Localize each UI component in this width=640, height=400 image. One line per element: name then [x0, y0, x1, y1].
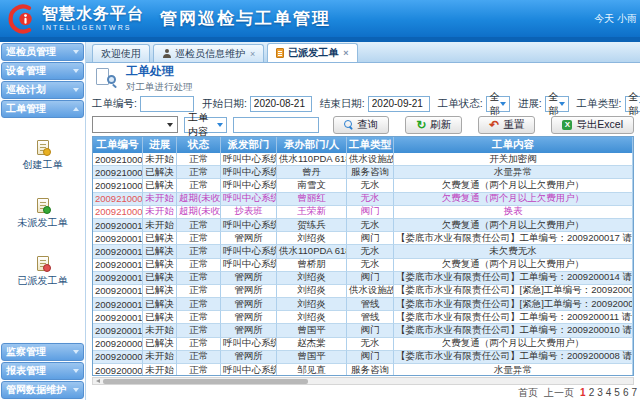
chevron-down-icon: [500, 102, 506, 106]
table-row[interactable]: 2009210003已解决正常呼叫中心系统南雪文无水欠费复通（两个月以上欠费用户…: [93, 179, 633, 192]
cell-assignee: 王荣新: [277, 206, 347, 219]
pagination-first[interactable]: 首页: [518, 386, 538, 400]
table-row[interactable]: 2009200018未开始正常呼叫中心系统贺练兵无水欠费复通（两个月以上欠费用户…: [93, 219, 633, 232]
cell-id: 2009200017: [93, 232, 143, 245]
keyword-input[interactable]: [233, 117, 319, 133]
scroll-left-icon[interactable]: [94, 379, 100, 383]
cell-id: 2009200011: [93, 311, 143, 324]
cell-content: 【娄底市水业有限责任公司】工单编号：2009200010 请于2020年9月20…: [394, 324, 633, 337]
pagination-prev[interactable]: 上一页: [544, 386, 574, 400]
table-row[interactable]: 2009200015已解决正常呼叫中心系统曾桥朋无水欠费复通（两个月以上欠费用户…: [93, 259, 633, 272]
table-row[interactable]: 2009200011已解决正常管网所刘绍炎管线【娄底市水业有限责任公司】工单编号…: [93, 311, 633, 324]
cell-id: 2009200015: [93, 259, 143, 272]
reset-button[interactable]: ↶ 重置: [478, 116, 535, 134]
order-no-input[interactable]: [140, 96, 194, 112]
cell-progress: 已解决: [143, 245, 177, 258]
tab-巡检员信息维护[interactable]: 巡检员信息维护×: [153, 44, 264, 62]
table-row[interactable]: 2009200008未开始正常管网所曾国平阀门【娄底市水业有限责任公司】工单编号…: [93, 351, 633, 364]
sidebar-group-巡检计划[interactable]: 巡检计划: [1, 81, 84, 99]
table-row[interactable]: 2009200012已解决正常管网所刘绍炎管线【娄底市水业有限责任公司】[紧急]…: [93, 298, 633, 311]
table-row[interactable]: 2009200013已解决正常管网所刘绍炎供水设施故障【娄底市水业有限责任公司】…: [93, 285, 633, 298]
cell-id: 2009210005: [93, 153, 143, 166]
sidebar-group-巡检员管理[interactable]: 巡检员管理: [1, 43, 84, 61]
field-select[interactable]: [92, 116, 178, 133]
cell-id: 2009210002: [93, 193, 143, 206]
cell-dispatch: 管网所: [221, 351, 277, 364]
order-no-label: 工单编号:: [92, 97, 137, 111]
cell-type: 无水: [347, 245, 394, 258]
table-row[interactable]: 2009200009已解决正常呼叫中心系统赵杰棠无水欠费复通（两个月以上欠费用户…: [93, 338, 633, 351]
pagination-page-7[interactable]: 7: [631, 387, 637, 398]
sidebar-group-设备管理[interactable]: 设备管理: [1, 62, 84, 80]
pagination-page-4[interactable]: 4: [606, 387, 612, 398]
pagination-page-1[interactable]: 1: [580, 387, 586, 398]
sidebar-group-报表管理[interactable]: 报表管理: [1, 362, 84, 380]
type-select[interactable]: 全部: [625, 96, 640, 112]
search-button[interactable]: 查询: [333, 116, 389, 134]
cell-progress: 未开始: [143, 351, 177, 364]
table-row[interactable]: 2009210001未开始超期(未收到)抄表班王荣新阀门换表: [93, 206, 633, 219]
close-icon[interactable]: ×: [250, 49, 255, 59]
table-row[interactable]: 2009200006未开始正常呼叫中心系统邹见直服务咨询水量异常: [93, 364, 633, 376]
sidebar-group-管网数据维护[interactable]: 管网数据维护: [1, 381, 84, 399]
weather-text: 今天 小雨: [594, 12, 640, 26]
scrollbar-thumb[interactable]: [103, 379, 308, 384]
filter-panel: 工单编号: 开始日期: 结束日期: 工单状态: 全部 进展: 全部: [86, 93, 640, 135]
content-field-select[interactable]: 工单内容: [184, 117, 227, 133]
cell-assignee: 刘绍炎: [277, 311, 347, 324]
export-excel-button[interactable]: X 导出Excel: [551, 116, 634, 134]
close-icon[interactable]: ×: [343, 48, 348, 58]
table-row[interactable]: 2009210004已解决正常呼叫中心系统曾丹服务咨询水量异常: [93, 166, 633, 179]
cell-assignee: 赵杰棠: [277, 338, 347, 351]
sidebar-item-已派发工单[interactable]: 已派发工单: [18, 256, 68, 288]
cell-assignee: 曾国平: [277, 351, 347, 364]
status-select[interactable]: 全部: [486, 96, 510, 112]
tab-已派发工单[interactable]: 已派发工单×: [267, 43, 357, 62]
cell-content: 欠费复通（两个月以上欠费用户）: [394, 338, 633, 351]
progress-select[interactable]: 全部: [545, 96, 569, 112]
cell-assignee: 南雪文: [277, 179, 347, 192]
refresh-button[interactable]: ↻ 刷新: [405, 116, 462, 134]
cell-status: 正常: [177, 298, 221, 311]
cell-type: 管线: [347, 311, 394, 324]
sidebar-item-创建工单[interactable]: 创建工单: [23, 140, 63, 172]
end-date-input[interactable]: [368, 96, 430, 112]
cell-status: 正常: [177, 364, 221, 376]
table-row[interactable]: 2009210002未开始超期(未收到)呼叫中心系统曾丽红无水欠费复通（两个月以…: [93, 193, 633, 206]
type-select-value: 全部: [629, 90, 639, 118]
table-row[interactable]: 2009200010未开始正常管网所曾国平阀门【娄底市水业有限责任公司】工单编号…: [93, 324, 633, 337]
pagination-page-2[interactable]: 2: [589, 387, 595, 398]
pagination-page-6[interactable]: 6: [623, 387, 629, 398]
tab-欢迎使用[interactable]: 欢迎使用: [92, 44, 150, 62]
cell-type: 无水: [347, 193, 394, 206]
cell-assignee: 刘绍炎: [277, 272, 347, 285]
logo-swirl-icon: [8, 4, 38, 34]
cell-assignee: 邹见直: [277, 364, 347, 376]
progress-label: 进展:: [518, 97, 542, 111]
cell-status: 超期(未收到): [177, 193, 221, 206]
column-header: 工单编号: [93, 137, 143, 153]
cell-dispatch: 呼叫中心系统: [221, 245, 277, 258]
cell-type: 阀门: [347, 351, 394, 364]
table-row[interactable]: 2009200016已解决正常呼叫中心系统供水110PDA 61870无水未欠费…: [93, 245, 633, 258]
cell-type: 阀门: [347, 206, 394, 219]
pagination-page-3[interactable]: 3: [597, 387, 603, 398]
table-row[interactable]: 2009200014已解决正常管网所刘绍炎阀门【娄底市水业有限责任公司】工单编号…: [93, 272, 633, 285]
cell-content: 开关加密阀: [394, 153, 633, 166]
chevron-icon: [73, 350, 79, 354]
cell-id: 2009200018: [93, 219, 143, 232]
refresh-icon: ↻: [416, 119, 426, 131]
horizontal-scrollbar[interactable]: [92, 377, 634, 385]
sidebar-group-工单管理[interactable]: 工单管理: [1, 100, 84, 118]
cell-content: 水量异常: [394, 364, 633, 376]
sidebar-item-未派发工单[interactable]: 未派发工单: [18, 198, 68, 230]
pagination-page-5[interactable]: 5: [614, 387, 620, 398]
table-row[interactable]: 2009200017已解决正常管网所刘绍炎阀门【娄底市水业有限责任公司】工单编号…: [93, 232, 633, 245]
cell-assignee: 曾丹: [277, 166, 347, 179]
sidebar-group-监察管理[interactable]: 监察管理: [1, 343, 84, 361]
type-label: 工单类型:: [577, 97, 622, 111]
table-row[interactable]: 2009210005未开始正常呼叫中心系统供水110PDA 61870供水设施故…: [93, 153, 633, 166]
cell-dispatch: 呼叫中心系统: [221, 364, 277, 376]
chevron-down-icon: [167, 123, 173, 127]
start-date-input[interactable]: [250, 96, 312, 112]
